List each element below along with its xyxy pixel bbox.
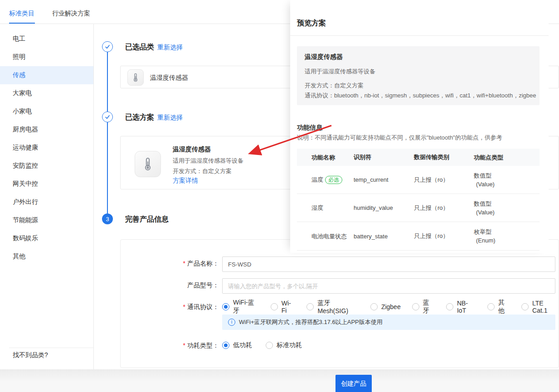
step1-title: 已选品类 — [125, 43, 154, 52]
dp-identifier: battery_state — [354, 233, 414, 240]
product-name-label: *产品名称： — [183, 260, 219, 268]
sidebar-item-xiaojiadian[interactable]: 小家电 — [0, 102, 93, 121]
radio-icon — [222, 342, 229, 349]
radio-icon — [222, 303, 229, 310]
check-icon — [104, 114, 111, 120]
dp-identifier: temp_current — [354, 176, 414, 183]
col-header-identifier: 识别符 — [354, 153, 414, 161]
step3-number-badge: 3 — [102, 213, 113, 224]
required-asterisk: * — [183, 260, 185, 267]
preview-solution-desc: 适用于温湿度传感器等设备 — [305, 68, 375, 76]
sidebar-item-yundong[interactable]: 运动健康 — [0, 139, 93, 157]
product-name-input[interactable] — [222, 256, 555, 272]
radio-nbiot[interactable]: NB-IoT — [446, 300, 476, 314]
radio-icon — [412, 303, 419, 310]
radio-wifi-ble[interactable]: WiFi-蓝牙 — [222, 299, 259, 315]
preview-solution-name: 温湿度传感器 — [305, 53, 343, 61]
preview-drawer: 预览方案 温湿度传感器 适用于温湿度传感器等设备 开发方式：自定义方案 通讯协议… — [290, 0, 549, 253]
dp-transfer: 只上报（ro） — [414, 204, 474, 212]
required-badge: 必选 — [325, 176, 342, 184]
radio-wifi[interactable]: Wi-Fi — [271, 300, 296, 314]
protocol-notice-text: WiFi+蓝牙联网方式，推荐搭配3.17.6以上APP版本使用 — [239, 318, 383, 326]
radio-lte-cat1[interactable]: LTE Cat.1 — [521, 300, 559, 314]
dp-type: 数值型 (Value) — [474, 171, 540, 189]
power-type-radio-group: 低功耗 标准功耗 — [222, 340, 302, 351]
function-info-title: 功能信息 — [297, 124, 322, 132]
dp-type: 数值型 (Value) — [474, 199, 540, 217]
protocol-radio-group: WiFi-蓝牙 Wi-Fi 蓝牙Mesh(SIG) Zigbee 蓝牙 NB-I… — [222, 301, 559, 312]
radio-icon — [370, 303, 378, 310]
protocol-label: *通讯协议： — [183, 303, 219, 311]
dp-name: 湿度 — [297, 203, 354, 212]
sidebar-item-zhaoming[interactable]: 照明 — [0, 48, 93, 66]
radio-standard-power[interactable]: 标准功耗 — [266, 341, 302, 349]
power-type-label: *功耗类型： — [183, 342, 219, 350]
check-icon — [104, 44, 111, 50]
solution-detail-link[interactable]: 方案详情 — [173, 177, 198, 185]
create-product-button[interactable]: 创建产品 — [335, 375, 372, 392]
sidebar-item-anfang[interactable]: 安防监控 — [0, 157, 93, 175]
dp-name: 温度必选 — [297, 175, 354, 184]
dp-type: 枚举型 (Enum) — [474, 227, 540, 245]
radio-ble-mesh[interactable]: 蓝牙Mesh(SIG) — [306, 299, 359, 315]
tab-standard-category[interactable]: 标准类目 — [9, 10, 34, 18]
radio-icon — [306, 303, 314, 310]
radio-icon — [266, 342, 273, 349]
step1-check-icon — [102, 41, 113, 52]
col-header-name: 功能名称 — [297, 153, 354, 162]
step2-check-icon — [102, 111, 113, 122]
function-table-header: 功能名称 识别符 数据传输类别 功能点类型 — [297, 149, 540, 166]
radio-icon — [487, 303, 495, 310]
radio-other[interactable]: 其他 — [487, 299, 510, 315]
step2-title: 已选方案 — [125, 113, 154, 122]
solution-name: 温湿度传感器 — [173, 145, 211, 154]
stepper-connector-line — [107, 51, 108, 215]
sidebar-item-chufang[interactable]: 厨房电器 — [0, 121, 93, 139]
preview-title: 预览方案 — [297, 19, 326, 28]
sidebar-item-diangong[interactable]: 电工 — [0, 30, 93, 48]
radio-ble[interactable]: 蓝牙 — [412, 299, 435, 315]
col-header-type: 功能点类型 — [474, 153, 540, 162]
thermometer-icon — [135, 151, 161, 177]
radio-low-power[interactable]: 低功耗 — [222, 341, 252, 349]
dp-transfer: 只上报（ro） — [414, 232, 474, 240]
sidebar-item-jieneng[interactable]: 节能能源 — [0, 211, 93, 229]
tab-industry-solution[interactable]: 行业解决方案 — [52, 10, 90, 18]
cannot-find-category-link[interactable]: 找不到品类? — [13, 351, 48, 359]
radio-zigbee[interactable]: Zigbee — [370, 303, 401, 310]
solution-desc: 适用于温湿度传感器等设备 — [173, 157, 243, 165]
table-row: 湿度 humidity_value 只上报（ro） 数值型 (Value) — [297, 194, 540, 222]
product-model-input[interactable] — [222, 278, 555, 294]
step2-reselect-link[interactable]: 重新选择 — [157, 114, 183, 122]
info-icon: i — [228, 319, 235, 326]
category-sidebar: 电工 照明 传感 大家电 小家电 厨房电器 运动健康 安防监控 网关中控 户外出… — [0, 24, 93, 369]
required-asterisk: * — [183, 303, 185, 310]
step3-title: 完善产品信息 — [125, 215, 169, 224]
sidebar-item-wangguan[interactable]: 网关中控 — [0, 175, 93, 193]
step1-reselect-link[interactable]: 重新选择 — [157, 44, 183, 52]
thermometer-icon — [127, 69, 144, 86]
sidebar-item-chuangan[interactable]: 传感 — [0, 66, 93, 84]
dp-transfer: 只上报（ro） — [414, 176, 474, 184]
sidebar-item-dajiadian[interactable]: 大家电 — [0, 84, 93, 102]
solution-dev-mode: 开发方式：自定义方案 — [173, 167, 232, 175]
sidebar-item-shuma[interactable]: 数码娱乐 — [0, 229, 93, 247]
protocol-notice-banner: i WiFi+蓝牙联网方式，推荐搭配3.17.6以上APP版本使用 — [222, 315, 555, 330]
col-header-transfer: 数据传输类别 — [414, 153, 474, 161]
table-row: 温度必选 temp_current 只上报（ro） 数值型 (Value) — [297, 166, 540, 194]
sidebar-divider — [93, 24, 94, 369]
step3-number: 3 — [106, 216, 109, 223]
product-creation-page: 标准类目 行业解决方案 电工 照明 传感 大家电 小家电 厨房电器 运动健康 安… — [0, 0, 559, 392]
sidebar-item-huwai[interactable]: 户外出行 — [0, 193, 93, 211]
footer-bar — [0, 369, 559, 392]
dp-name: 电池电量状态 — [297, 232, 354, 241]
radio-icon — [271, 303, 278, 310]
sidebar-item-qita[interactable]: 其他 — [0, 247, 93, 266]
function-info-note: 说明：不同通讯能力可能支持功能点不同，仅展示"bluetooth"的功能点，供参… — [297, 134, 502, 142]
selected-category-name: 温湿度传感器 — [150, 74, 188, 82]
required-asterisk: * — [183, 342, 185, 349]
radio-icon — [446, 303, 453, 310]
product-model-label: 产品型号： — [187, 281, 219, 290]
sidebar-footer-divider — [9, 348, 93, 348]
solution-info-box: 温湿度传感器 适用于温湿度传感器等设备 开发方式：自定义方案 通讯协议：blue… — [297, 46, 540, 105]
